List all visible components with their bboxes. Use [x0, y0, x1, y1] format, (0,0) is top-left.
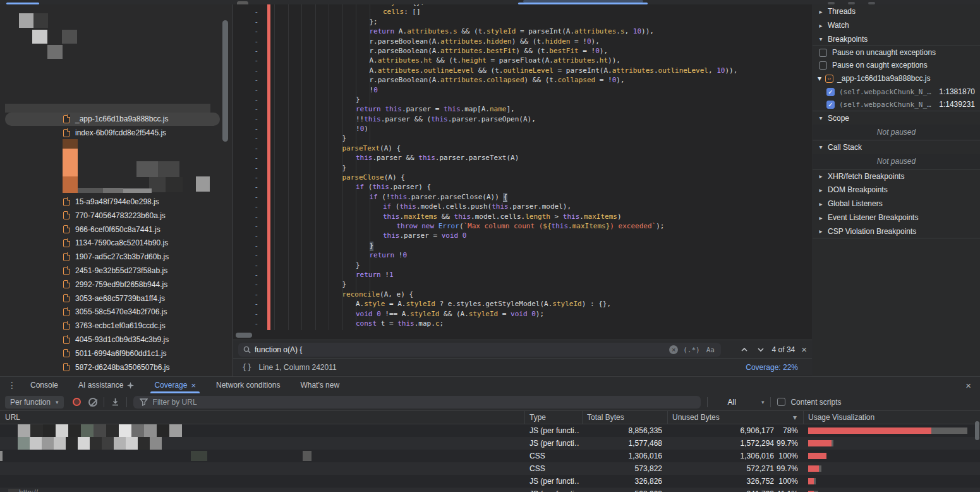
table-row[interactable]: JS (per functi…326,826326,752100% — [0, 475, 980, 488]
type-filter-select[interactable]: All ▾ — [728, 398, 765, 407]
section-scope[interactable]: ▾Scope — [813, 111, 980, 125]
close-search-icon[interactable]: × — [801, 345, 807, 354]
pretty-print-icon[interactable]: {} — [242, 363, 252, 372]
clear-coverage-icon[interactable] — [88, 398, 97, 407]
section-breakpoints[interactable]: ▾Breakpoints — [813, 32, 980, 46]
editor-horizontal-scrollbar[interactable] — [233, 330, 812, 340]
line-number-dash[interactable]: - — [233, 17, 258, 27]
breakpoint-entry[interactable]: ✓(self.webpackChunk_N_…1:1439231 — [813, 98, 980, 111]
column-header-unused-bytes[interactable]: Unused Bytes ▾ — [667, 411, 803, 424]
line-number-dash[interactable]: - — [233, 27, 258, 36]
section-global-listeners[interactable]: ▸Global Listeners — [813, 197, 980, 211]
file-tree-item[interactable]: index-6b09fcdd8e2f5445.js — [0, 126, 233, 140]
line-number-dash[interactable]: - — [233, 173, 258, 182]
table-scrollbar-thumb[interactable] — [975, 421, 979, 440]
line-number-dash[interactable]: - — [233, 104, 258, 114]
next-match-icon[interactable] — [756, 345, 766, 355]
previous-match-icon[interactable] — [739, 345, 749, 355]
file-tree-item[interactable]: 1907-ad5c27c3b3b7d60b.js — [0, 250, 233, 264]
file-tree-item[interactable]: 2992-759ed9bf2658b944.js — [0, 278, 233, 292]
line-number-dash[interactable]: - — [233, 124, 258, 133]
line-number-dash[interactable]: - — [233, 231, 258, 240]
match-case-toggle[interactable]: Aa — [706, 346, 715, 354]
column-header-total-bytes[interactable]: Total Bytes — [582, 411, 667, 424]
export-download-icon[interactable] — [111, 397, 120, 407]
line-number-dash[interactable]: - — [233, 144, 258, 153]
coverage-mode-select[interactable]: Per function ▾ — [5, 396, 64, 409]
section-dom-breakpoints[interactable]: ▸DOM Breakpoints — [813, 183, 980, 197]
column-header-type[interactable]: Type — [524, 411, 582, 424]
checkbox-checked[interactable]: ✓ — [826, 88, 835, 96]
section-watch[interactable]: ▸Watch — [813, 18, 980, 32]
line-number-dash[interactable]: - — [233, 221, 258, 231]
content-scripts-toggle[interactable]: Content scripts — [777, 398, 841, 407]
file-tree-item[interactable]: 3055-58c5470e34b2f706.js — [0, 305, 233, 319]
line-number-dash[interactable]: - — [233, 66, 258, 75]
line-number-dash[interactable]: - — [233, 192, 258, 202]
line-number-dash[interactable]: - — [233, 114, 258, 124]
table-row[interactable]: http://…JS (per functi…508,908241,79341.… — [0, 488, 980, 492]
line-number-dash[interactable]: - — [233, 299, 258, 309]
tab-what-s-new[interactable]: What's new — [290, 377, 349, 393]
scrollbar-thumb[interactable] — [236, 333, 252, 338]
code-viewport[interactable]: -style: {},-cells: []-};-return A.attrib… — [233, 4, 812, 330]
line-number-dash[interactable]: - — [233, 241, 258, 250]
tab-ai-assistance[interactable]: AI assistance — [68, 377, 144, 393]
file-tree-item[interactable]: 4045-93d1c0b9d354c3b9.js — [0, 333, 233, 347]
section-threads[interactable]: ▸Threads — [813, 4, 980, 18]
section-event-listener-breakpoints[interactable]: ▸Event Listener Breakpoints — [813, 211, 980, 224]
tab-coverage[interactable]: Coverage× — [144, 377, 206, 393]
line-number-dash[interactable]: - — [233, 56, 258, 65]
pause-uncaught-row[interactable]: Pause on uncaught exceptions — [813, 46, 980, 59]
section-csp-breakpoints[interactable]: ▸CSP Violation Breakpoints — [813, 224, 980, 238]
close-tab-icon[interactable]: × — [191, 381, 196, 390]
line-number-dash[interactable]: - — [233, 212, 258, 221]
table-row[interactable]: JS (per functi…1,577,4681,572,29499.7% — [0, 437, 980, 450]
column-header-url[interactable]: URL — [0, 411, 524, 424]
table-row[interactable]: CSS573,822572,27199.7% — [0, 462, 980, 475]
line-number-dash[interactable]: - — [233, 7, 258, 16]
checkbox-unchecked[interactable] — [819, 49, 827, 57]
breakpoint-file-group[interactable]: ▾‹›_app-1c66d1ba9a888bcc.js — [813, 71, 980, 85]
file-tree-item[interactable]: 966-6cef0f650c8a7441.js — [0, 223, 233, 237]
close-drawer-icon[interactable]: × — [965, 380, 971, 391]
line-number-dash[interactable]: - — [233, 261, 258, 270]
line-number-dash[interactable]: - — [233, 163, 258, 173]
file-tree-item[interactable]: 5011-6994a6f9b60dd1c1.js — [0, 347, 233, 360]
line-number-dash[interactable]: - — [233, 182, 258, 192]
table-row[interactable]: JS (per functi…8,856,3356,906,17778% — [0, 424, 980, 437]
file-tree-item[interactable]: 15-a9a48f7944e0e298.js — [0, 195, 233, 209]
more-tools-icon[interactable]: ⋮ — [8, 380, 20, 390]
file-tree-item[interactable]: 3763-ecbc1ef0a619ccdc.js — [0, 319, 233, 333]
line-number-dash[interactable]: - — [233, 37, 258, 46]
content-scripts-checkbox[interactable] — [777, 398, 785, 406]
line-number-dash[interactable]: - — [233, 290, 258, 299]
line-number-dash[interactable]: - — [233, 95, 258, 104]
table-row[interactable]: CSS1,306,0161,306,016100% — [0, 450, 980, 462]
tab-console[interactable]: Console — [20, 377, 68, 393]
line-number-dash[interactable]: - — [233, 202, 258, 211]
filter-by-url-input[interactable]: Filter by URL — [133, 396, 701, 409]
record-coverage-button[interactable] — [73, 398, 81, 406]
line-number-dash[interactable]: - — [233, 133, 258, 143]
line-number-dash[interactable]: - — [233, 250, 258, 260]
line-number-dash[interactable]: - — [233, 85, 258, 95]
file-tree-item[interactable]: 5872-d6248ba3506507b6.js — [0, 360, 233, 374]
coverage-percent-badge[interactable]: Coverage: 22% — [746, 363, 798, 372]
file-tree-scrollbar[interactable] — [222, 20, 228, 142]
line-number-dash[interactable]: - — [233, 75, 258, 85]
tab-network-conditions[interactable]: Network conditions — [206, 377, 290, 393]
file-tree-item-selected[interactable]: _app-1c66d1ba9a888bcc.js — [0, 112, 233, 126]
line-number-dash[interactable]: - — [233, 319, 258, 328]
column-header-usage-visualization[interactable]: Usage Visualization — [803, 411, 980, 424]
clear-search-icon[interactable]: × — [669, 345, 678, 354]
line-number-dash[interactable]: - — [233, 153, 258, 163]
search-query[interactable]: function o(A) { — [255, 345, 669, 354]
line-number-dash[interactable]: - — [233, 46, 258, 56]
section-call-stack[interactable]: ▾Call Stack — [813, 140, 980, 154]
section-xhr-breakpoints[interactable]: ▸XHR/fetch Breakpoints — [813, 169, 980, 183]
regex-toggle[interactable]: (.*) — [683, 346, 700, 354]
file-tree-item[interactable]: 3053-ae68c57739ba1ff4.js — [0, 292, 233, 305]
line-number-dash[interactable]: - — [233, 280, 258, 289]
pause-caught-row[interactable]: Pause on caught exceptions — [813, 59, 980, 71]
